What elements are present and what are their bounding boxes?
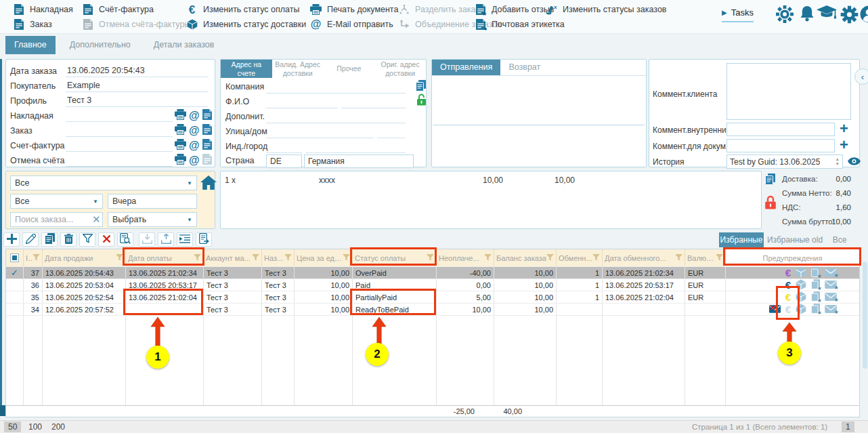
mail-icon[interactable]: ★	[825, 268, 837, 278]
toolbar-button-order[interactable]: Заказ	[12, 17, 73, 32]
form-field-value[interactable]: 13.06.2025 20:54:43	[66, 64, 208, 77]
edit-button[interactable]	[22, 232, 39, 247]
tab-shipments[interactable]: Отправления	[432, 60, 500, 75]
column-header[interactable]: Статус оплаты	[353, 249, 437, 266]
email-icon[interactable]: @	[189, 110, 200, 121]
toolbar-button-delivery-note[interactable]: Накладная	[12, 2, 73, 17]
filter-funnel-icon[interactable]	[592, 254, 600, 262]
toolbar-button-print-document[interactable]: Печать документа	[309, 2, 398, 17]
notifications-icon[interactable]	[800, 5, 815, 24]
column-header[interactable]: Дата продажи	[43, 249, 126, 266]
tab-additional[interactable]: Дополнительно	[61, 36, 139, 54]
address-field-input[interactable]	[305, 142, 406, 153]
status-filter-select[interactable]: Все▼	[10, 194, 103, 209]
view-history-eye-icon[interactable]	[848, 157, 861, 165]
toolbar-button-change-delivery-status[interactable]: Изменить статус доставки	[186, 17, 306, 32]
import-button[interactable]	[139, 232, 155, 247]
delete-button[interactable]	[60, 232, 77, 247]
print-icon[interactable]	[175, 109, 186, 122]
column-header-warnings[interactable]: Предупреждения	[726, 249, 859, 266]
table-row[interactable]: 3412.06.2025 20:57:52Тест 3Тест 310,00Re…	[6, 303, 859, 315]
email-icon[interactable]: @	[189, 140, 200, 151]
mail-icon[interactable]: ★	[825, 293, 837, 302]
filter-funnel-icon[interactable]	[716, 254, 723, 262]
period-select[interactable]: Выбрать▼	[108, 212, 197, 227]
filter-funnel-icon[interactable]	[194, 254, 201, 262]
spinner-icon[interactable]: ▲▼	[836, 157, 840, 165]
table-row[interactable]: ✓3713.06.2025 20:54:4313.06.2025 21:02:3…	[6, 266, 859, 279]
tab-billing-address[interactable]: Адрес на счете	[221, 60, 272, 78]
filter-funnel-icon[interactable]	[343, 254, 350, 262]
document-icon[interactable]: ★	[811, 291, 820, 303]
document-comment-input[interactable]	[726, 139, 835, 152]
filter-funnel-icon[interactable]	[116, 254, 123, 262]
search-document-button[interactable]	[117, 232, 133, 247]
tab-valid-shipping-address[interactable]: Валид. Адрес доставки	[272, 60, 324, 78]
tab-other[interactable]: Прочее	[324, 60, 375, 78]
row-checkbox[interactable]: ✓	[6, 267, 24, 279]
form-field-value[interactable]	[66, 138, 173, 152]
education-icon[interactable]	[817, 5, 837, 22]
package-icon[interactable]	[796, 304, 806, 315]
tab-returns[interactable]: Возврат	[500, 60, 548, 75]
theme-icon[interactable]	[776, 5, 794, 25]
table-row[interactable]: 3613.06.2025 20:53:0413.06.2025 20:53:17…	[6, 279, 859, 291]
document-number-icon[interactable]	[202, 124, 212, 137]
tab-main[interactable]: Главное	[5, 36, 56, 54]
column-header[interactable]: Дата оплаты	[126, 249, 204, 266]
column-header[interactable]: Цена за еди...	[295, 249, 353, 266]
mail-icon[interactable]: ★	[825, 305, 837, 314]
package-icon[interactable]	[796, 267, 806, 279]
client-comment-textarea[interactable]	[726, 63, 851, 120]
toolbar-button-change-order-statuses[interactable]: xИзменить статусы заказов	[545, 2, 666, 17]
document-icon[interactable]: ★	[811, 267, 820, 279]
clear-search-icon[interactable]: ✕	[92, 214, 101, 224]
document-number-icon[interactable]	[202, 109, 212, 122]
filter-funnel-icon[interactable]	[284, 254, 292, 262]
address-field-input[interactable]	[266, 142, 302, 153]
tab-original-shipping-address[interactable]: Ориг. адрес доставки	[374, 60, 426, 78]
filter-funnel-icon[interactable]	[427, 254, 434, 262]
filter-funnel-icon[interactable]	[675, 254, 682, 262]
copy-address-icon[interactable]	[416, 80, 426, 91]
unlock-icon[interactable]	[416, 94, 427, 106]
print-icon[interactable]	[175, 154, 186, 167]
toolbar-button-postal-label[interactable]: ●Почтовая этикетка	[474, 17, 565, 32]
vertical-scrollbar[interactable]	[863, 262, 867, 369]
row-checkbox[interactable]	[6, 279, 24, 291]
select-all-checkbox[interactable]	[6, 249, 24, 266]
clear-filter-button[interactable]	[98, 232, 114, 247]
email-icon[interactable]: @	[189, 125, 200, 136]
tab-order-details[interactable]: Детали заказов	[145, 36, 223, 54]
table-row[interactable]: 3513.06.2025 20:52:5413.06.2025 21:02:04…	[6, 291, 859, 303]
home-icon[interactable]	[200, 176, 217, 190]
form-field-value[interactable]	[66, 153, 173, 167]
address-field-input[interactable]	[266, 112, 406, 123]
export-page-button[interactable]	[196, 232, 212, 247]
form-field-value[interactable]	[66, 123, 173, 137]
euro-status-icon[interactable]: €	[785, 268, 791, 278]
address-field-input[interactable]	[341, 97, 406, 108]
row-checkbox[interactable]	[6, 291, 24, 303]
column-header[interactable]: Неоплаче...	[437, 249, 494, 266]
copy-documents-icon[interactable]	[765, 173, 775, 185]
mail-icon[interactable]: ★	[825, 281, 837, 290]
collapse-panel-button[interactable]: ‹	[854, 68, 868, 85]
profile-icon[interactable]	[860, 5, 868, 25]
print-icon[interactable]	[175, 124, 186, 137]
column-header[interactable]: Валюта ...	[685, 249, 726, 266]
document-icon[interactable]: ★	[811, 279, 820, 291]
order-search-input[interactable]	[10, 212, 103, 227]
filter-funnel-icon[interactable]	[546, 254, 554, 262]
export-button[interactable]	[158, 232, 174, 247]
page-size-200-button[interactable]: 200	[47, 421, 69, 432]
package-icon[interactable]	[796, 291, 806, 303]
column-header[interactable]: Обменн...	[557, 249, 603, 266]
euro-status-icon[interactable]: €	[785, 292, 791, 302]
add-button[interactable]	[3, 232, 20, 247]
page-1-button[interactable]: 1	[842, 421, 854, 432]
address-field-input[interactable]	[266, 82, 406, 94]
tab-all[interactable]: Все	[826, 232, 853, 247]
internal-comment-input[interactable]	[726, 123, 835, 136]
add-internal-comment-button[interactable]: +	[840, 121, 848, 136]
